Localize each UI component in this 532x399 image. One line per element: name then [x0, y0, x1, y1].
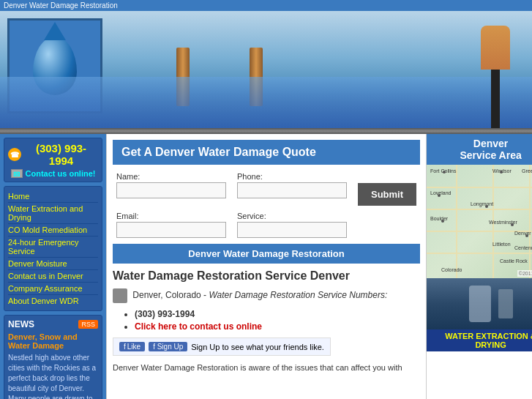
map-road-v1 [456, 165, 457, 278]
top-bar: Denver Water Damage Restoration [0, 0, 532, 11]
submit-button[interactable]: Submit [358, 183, 416, 206]
service-phone-item: (303) 993-1994 [135, 309, 420, 319]
quote-header: Get A Denver Water Damage Quote [113, 140, 420, 165]
body-text: Denver Water Damage Restoration is aware… [113, 362, 420, 374]
service-label: Service: [237, 212, 347, 220]
fb-signup-btn[interactable]: f Sign Up [149, 342, 187, 351]
map-label-castlerock: Castle Rock [500, 258, 528, 264]
nav-item-emergency[interactable]: 24-hour Emergency Service [8, 236, 98, 258]
extraction-visual [427, 278, 532, 329]
phone-label: Phone: [237, 172, 347, 181]
map-label-longmont: Longmont [471, 201, 493, 206]
service-contact-item: Click here to contact us online [135, 321, 420, 332]
nav-menu: Home Water Extraction and Drying CO Mold… [4, 186, 102, 311]
contact-link-red[interactable]: Click here to contact us online [135, 321, 262, 332]
location-italic: Water Damage Restoration Service Numbers… [209, 290, 387, 300]
contact-link-text: Contact us online! [26, 169, 96, 178]
name-label: Name: [116, 172, 226, 181]
form-row-2: Email: Service: [116, 212, 416, 238]
hero-hose [459, 26, 532, 128]
nav-item-assurance[interactable]: Company Assurance [8, 283, 98, 295]
map-label-denver: Denver [514, 231, 531, 236]
service-banner: Denver Water Damage Restoration [113, 244, 420, 264]
form-row-1: Name: Phone: Submit [116, 172, 416, 206]
service-title: Water Damage Restoration Service Denver [113, 269, 420, 283]
extraction-label: WATER EXTRACTION & DRYING [427, 329, 532, 351]
contact-link[interactable]: ✉ Contact us online! [8, 169, 98, 178]
name-field: Name: [116, 172, 226, 198]
map-label-boulder: Boulder [430, 216, 448, 221]
extractor-hose [498, 289, 513, 318]
nav-item-extraction[interactable]: Water Extraction and Drying [8, 203, 98, 224]
extraction-box[interactable]: WATER EXTRACTION & DRYING water extracti… [427, 278, 532, 351]
service-area-text: DenverService Area [460, 138, 521, 161]
news-title: NEWS [8, 319, 34, 329]
service-numbers: (303) 993-1994 Click here to contact us … [135, 309, 420, 332]
fb-f-icon2: f [153, 343, 155, 351]
map-dot-denver [525, 234, 528, 237]
map-label-greeley: Greeley [522, 168, 532, 174]
map-label-centennial: Centennial [514, 245, 532, 250]
map-label-littleton: Littleton [492, 242, 511, 247]
email-label: Email: [116, 212, 226, 220]
map-road-h4 [427, 253, 532, 254]
extraction-bg-image [427, 278, 532, 329]
hose-pipe [491, 70, 500, 128]
left-sidebar: ☎ (303) 993-1994 ✉ Contact us online! Ho… [0, 134, 106, 399]
map-label-loveland: Loveland [430, 190, 451, 195]
fb-f-icon: f [124, 343, 126, 351]
map-area: Fort Collins Windsor Greeley Loveland Lo… [427, 165, 532, 278]
extractor-machine [469, 286, 491, 322]
map-credit: ©2011 Google [517, 270, 532, 277]
phone-icon: ☎ [8, 148, 21, 161]
phone-icon-sm [113, 288, 127, 303]
phone-field: Phone: [237, 172, 347, 198]
map-road-h1 [427, 187, 532, 188]
fb-signup-label: Sign Up [157, 343, 184, 351]
name-input[interactable] [116, 182, 226, 198]
map-dot-boulder [441, 220, 444, 223]
fb-text: Sign Up to see what your friends like. [191, 343, 324, 351]
fb-like-label: Like [127, 343, 141, 351]
hero-banner [0, 11, 532, 128]
hose-hand [481, 26, 510, 70]
email-input[interactable] [116, 222, 226, 238]
map-background: Fort Collins Windsor Greeley Loveland Lo… [427, 165, 532, 278]
email-field: Email: [116, 212, 226, 238]
email-icon: ✉ [11, 169, 23, 178]
main-layout: ☎ (303) 993-1994 ✉ Contact us online! Ho… [0, 134, 532, 399]
center-content: Get A Denver Water Damage Quote Name: Ph… [106, 134, 427, 399]
nav-item-home[interactable]: Home [8, 190, 98, 203]
map-dot-longmont [485, 205, 488, 208]
rss-badge[interactable]: RSS [78, 320, 98, 329]
service-field: Service: [237, 212, 347, 238]
fb-like-btn[interactable]: f Like [119, 342, 145, 351]
contact-box: ☎ (303) 993-1994 ✉ Contact us online! [4, 138, 102, 182]
right-sidebar: DenverService Area Fort Collins Windsor … [427, 134, 532, 399]
map-label-colorado: Colorado [441, 267, 462, 272]
service-desc: Denver, Colorado - Water Damage Restorat… [113, 288, 420, 303]
hero-flood [0, 77, 532, 128]
news-link[interactable]: Denver, Snow and Water Damage [8, 332, 98, 350]
nav-item-mold[interactable]: CO Mold Remediation [8, 224, 98, 236]
service-area-title: DenverService Area [427, 134, 532, 165]
service-input[interactable] [237, 222, 347, 238]
map-dot-loveland [438, 194, 441, 197]
news-header: NEWS RSS [8, 319, 98, 329]
service-phone[interactable]: (303) 993-1994 [135, 309, 195, 319]
nav-separator [0, 128, 532, 134]
map-dot-westminster [511, 223, 514, 226]
map-road-h2 [427, 209, 532, 210]
nav-item-moisture[interactable]: Denver Moisture [8, 258, 98, 270]
news-box: NEWS RSS Denver, Snow and Water Damage N… [4, 315, 102, 399]
fb-like-area: f Like f Sign Up Sign Up to see what you… [113, 338, 331, 356]
phone-text: (303) 993-1994 [24, 142, 98, 167]
nav-item-contact[interactable]: Contact us in Denver [8, 270, 98, 283]
map-road-v3 [529, 165, 531, 278]
location-text: Denver, Colorado - [132, 290, 206, 300]
nav-item-about[interactable]: About Denver WDR [8, 295, 98, 307]
phone-input[interactable] [237, 182, 347, 198]
site-title: Denver Water Damage Restoration [4, 1, 118, 10]
news-text: Nestled high above other cities with the… [8, 353, 98, 399]
phone-number[interactable]: ☎ (303) 993-1994 [8, 142, 98, 167]
